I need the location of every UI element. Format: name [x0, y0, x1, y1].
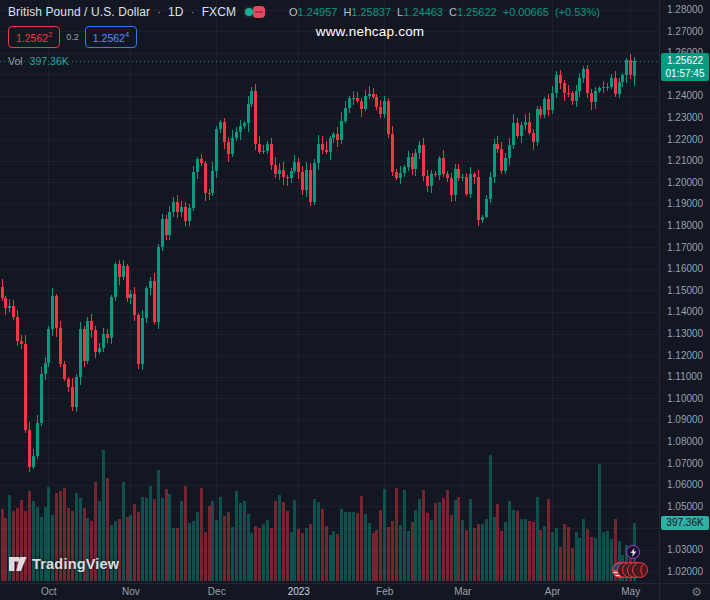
price-tick-label: 1.18000	[667, 220, 703, 231]
price-tick-label: 1.10000	[667, 393, 703, 404]
time-tick-label-2023: 2023	[288, 586, 310, 597]
sell-button[interactable]: 1.25622	[8, 26, 60, 48]
price-tick-label: 1.12000	[667, 350, 703, 361]
chart-canvas[interactable]	[0, 0, 660, 600]
tradingview-logo-icon	[8, 556, 27, 572]
time-tick-label-dec: Dec	[208, 586, 226, 597]
time-tick-label-nov: Nov	[122, 586, 140, 597]
ohlc-values: O1.24957 H1.25837 L1.24463 C1.25622 +0.0…	[289, 6, 600, 18]
market-open-dot-icon	[245, 8, 253, 16]
price-tick-label: 1.28000	[667, 4, 703, 15]
price-tick-label: 1.05000	[667, 501, 703, 512]
interval-label[interactable]: 1D	[168, 5, 184, 19]
price-tick-label: 1.27000	[667, 26, 703, 37]
price-tick-label: 1.19000	[667, 198, 703, 209]
time-tick-label-feb: Feb	[376, 586, 393, 597]
notification-icon	[253, 6, 265, 18]
legend: British Pound / U.S. Dollar · 1D · FXCM …	[8, 5, 600, 67]
price-tick-label: 1.16000	[667, 263, 703, 274]
volume-value-badge: 397.36K	[661, 516, 709, 530]
live-streams-avatars[interactable]	[612, 562, 648, 578]
market-status-toggle[interactable]	[243, 6, 266, 18]
buy-sell-panel: 1.25622 0.2 1.25624	[8, 26, 600, 48]
separator-dot: ·	[157, 5, 161, 19]
chart-window: British Pound / U.S. Dollar · 1D · FXCM …	[0, 0, 710, 600]
streams-widget	[612, 545, 658, 585]
price-tick-label: 1.23000	[667, 112, 703, 123]
candlestick-volume-plot[interactable]	[0, 0, 660, 600]
price-axis[interactable]: 1.25622 01:57:45 397.36K 1.280001.270001…	[660, 0, 710, 583]
symbol-row: British Pound / U.S. Dollar · 1D · FXCM …	[8, 5, 600, 19]
price-tick-label: 1.15000	[667, 285, 703, 296]
last-price-value: 1.25622	[661, 54, 709, 67]
price-tick-label: 1.02000	[667, 566, 703, 577]
close-value: 1.25622	[457, 6, 497, 18]
open-value: 1.24957	[298, 6, 338, 18]
buy-button[interactable]: 1.25624	[85, 26, 137, 48]
price-tick-label: 1.06000	[667, 479, 703, 490]
price-tick-label: 1.14000	[667, 306, 703, 317]
price-tick-label: 1.03000	[667, 544, 703, 555]
tradingview-logo[interactable]: TradingView	[8, 556, 119, 572]
lightning-icon[interactable]	[626, 545, 640, 559]
separator-dot: ·	[191, 5, 195, 19]
gear-icon[interactable]: ⚙	[691, 585, 702, 599]
tradingview-logo-text: TradingView	[32, 556, 119, 572]
time-axis[interactable]: ⚙ OctNovDec2023FebMarAprMay	[0, 583, 710, 600]
open-label: O	[289, 6, 298, 18]
price-tick-label: 1.22000	[667, 134, 703, 145]
volume-label: Vol	[8, 55, 23, 67]
time-tick-label-mar: Mar	[454, 586, 471, 597]
change-percent: (+0.53%)	[555, 6, 600, 18]
volume-value: 397.36K	[30, 55, 69, 67]
time-tick-label-oct: Oct	[41, 586, 57, 597]
spread-value: 0.2	[66, 32, 79, 42]
time-tick-label-apr: Apr	[545, 586, 561, 597]
price-tick-label: 1.24000	[667, 90, 703, 101]
low-value: 1.24463	[403, 6, 443, 18]
price-tick-label: 1.13000	[667, 328, 703, 339]
high-value: 1.25837	[351, 6, 391, 18]
last-price-badge: 1.25622 01:57:45	[661, 53, 709, 81]
price-tick-label: 1.08000	[667, 436, 703, 447]
price-tick-label: 1.20000	[667, 177, 703, 188]
price-tick-label: 1.21000	[667, 155, 703, 166]
exchange-label: FXCM	[202, 5, 236, 19]
volume-legend: Vol 397.36K	[8, 55, 600, 67]
price-tick-label: 1.17000	[667, 242, 703, 253]
symbol-title[interactable]: British Pound / U.S. Dollar	[8, 5, 150, 19]
change-value: +0.00665	[503, 6, 549, 18]
price-tick-label: 1.07000	[667, 458, 703, 469]
time-tick-label-may: May	[621, 586, 640, 597]
bar-countdown: 01:57:45	[661, 67, 709, 80]
stream-avatar-icon	[632, 562, 648, 578]
price-tick-label: 1.11000	[667, 371, 702, 382]
price-tick-label: 1.09000	[667, 414, 703, 425]
close-label: C	[449, 6, 457, 18]
